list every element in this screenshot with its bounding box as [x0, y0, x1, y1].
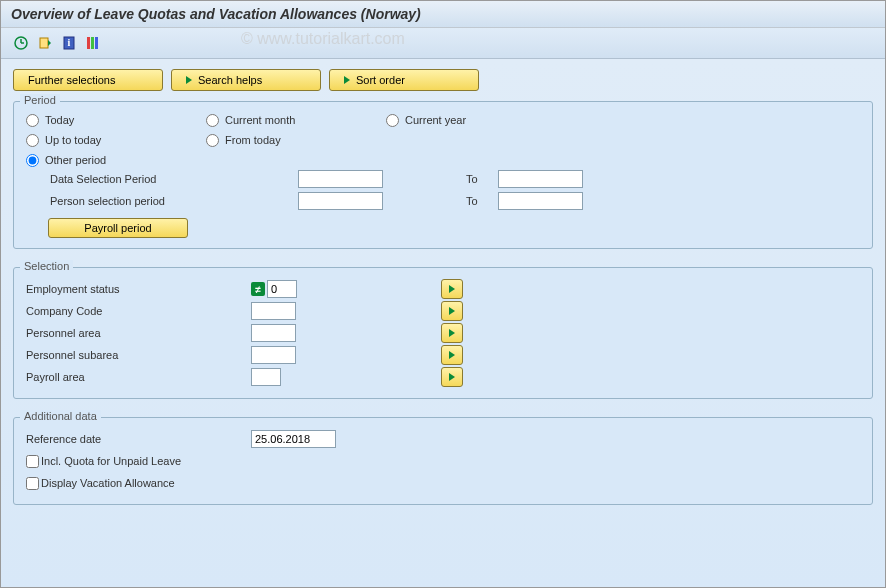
button-label: Further selections — [28, 74, 115, 86]
arrow-right-icon — [449, 373, 455, 381]
radio-label: Other period — [45, 152, 106, 168]
period-group: Period Today Current month Current year … — [13, 101, 873, 249]
window-title: Overview of Leave Quotas and Vacation Al… — [1, 1, 885, 28]
radio-label: Today — [45, 112, 74, 128]
svg-rect-3 — [40, 38, 48, 48]
to-label: To — [458, 193, 498, 209]
checkbox-label: Display Vacation Allowance — [41, 475, 175, 491]
palette-icon[interactable] — [83, 33, 103, 53]
further-selections-button[interactable]: Further selections — [13, 69, 163, 91]
payroll-area-input[interactable] — [251, 368, 281, 386]
reference-date-label: Reference date — [26, 431, 251, 447]
radio-label: Current month — [225, 112, 295, 128]
group-legend: Selection — [20, 260, 73, 272]
radio-current-month[interactable]: Current month — [206, 112, 386, 128]
watermark: © www.tutorialkart.com — [241, 30, 405, 48]
main-toolbar: i © www.tutorialkart.com — [1, 28, 885, 59]
search-helps-button[interactable]: Search helps — [171, 69, 321, 91]
content-area: Further selections Search helps Sort ord… — [1, 59, 885, 588]
radio-input[interactable] — [26, 154, 39, 167]
radio-input[interactable] — [26, 134, 39, 147]
data-selection-label: Data Selection Period — [48, 171, 298, 187]
svg-rect-7 — [91, 37, 94, 49]
payroll-area-label: Payroll area — [26, 369, 251, 385]
radio-input[interactable] — [206, 114, 219, 127]
info-icon[interactable]: i — [59, 33, 79, 53]
reference-date-input[interactable] — [251, 430, 336, 448]
radio-input[interactable] — [26, 114, 39, 127]
display-vacation-checkbox[interactable] — [26, 477, 39, 490]
multiple-selection-button[interactable] — [441, 301, 463, 321]
arrow-right-icon — [449, 285, 455, 293]
additional-data-group: Additional data Reference date Incl. Quo… — [13, 417, 873, 505]
group-legend: Additional data — [20, 410, 101, 422]
arrow-right-icon — [449, 351, 455, 359]
action-button-row: Further selections Search helps Sort ord… — [13, 69, 873, 91]
data-selection-to-input[interactable] — [498, 170, 583, 188]
variant-icon[interactable] — [35, 33, 55, 53]
personnel-area-input[interactable] — [251, 324, 296, 342]
to-label: To — [458, 171, 498, 187]
execute-icon[interactable] — [11, 33, 31, 53]
arrow-right-icon — [449, 307, 455, 315]
radio-label: Current year — [405, 112, 466, 128]
multiple-selection-button[interactable] — [441, 279, 463, 299]
payroll-period-button[interactable]: Payroll period — [48, 218, 188, 238]
button-label: Sort order — [356, 74, 405, 86]
company-code-label: Company Code — [26, 303, 251, 319]
personnel-subarea-label: Personnel subarea — [26, 347, 251, 363]
radio-current-year[interactable]: Current year — [386, 112, 566, 128]
person-selection-from-input[interactable] — [298, 192, 383, 210]
button-label: Search helps — [198, 74, 262, 86]
radio-input[interactable] — [206, 134, 219, 147]
multiple-selection-button[interactable] — [441, 367, 463, 387]
multiple-selection-button[interactable] — [441, 345, 463, 365]
group-legend: Period — [20, 94, 60, 106]
radio-label: From today — [225, 132, 281, 148]
svg-text:i: i — [68, 37, 71, 48]
radio-up-to-today[interactable]: Up to today — [26, 132, 206, 148]
arrow-right-icon — [344, 76, 350, 84]
radio-other-period[interactable]: Other period — [26, 152, 206, 168]
display-vacation-checkbox-row[interactable]: Display Vacation Allowance — [26, 472, 860, 494]
radio-input[interactable] — [386, 114, 399, 127]
multiple-selection-button[interactable] — [441, 323, 463, 343]
not-equal-icon[interactable]: ≠ — [251, 282, 265, 296]
selection-group: Selection Employment status ≠ Company Co… — [13, 267, 873, 399]
data-selection-from-input[interactable] — [298, 170, 383, 188]
arrow-right-icon — [449, 329, 455, 337]
svg-rect-8 — [95, 37, 98, 49]
person-selection-to-input[interactable] — [498, 192, 583, 210]
employment-status-input[interactable] — [267, 280, 297, 298]
radio-label: Up to today — [45, 132, 101, 148]
radio-today[interactable]: Today — [26, 112, 206, 128]
personnel-area-label: Personnel area — [26, 325, 251, 341]
sort-order-button[interactable]: Sort order — [329, 69, 479, 91]
arrow-right-icon — [186, 76, 192, 84]
radio-from-today[interactable]: From today — [206, 132, 386, 148]
person-selection-label: Person selection period — [48, 193, 298, 209]
incl-quota-checkbox-row[interactable]: Incl. Quota for Unpaid Leave — [26, 450, 860, 472]
personnel-subarea-input[interactable] — [251, 346, 296, 364]
employment-status-label: Employment status — [26, 281, 251, 297]
company-code-input[interactable] — [251, 302, 296, 320]
checkbox-label: Incl. Quota for Unpaid Leave — [41, 453, 181, 469]
svg-rect-6 — [87, 37, 90, 49]
incl-quota-checkbox[interactable] — [26, 455, 39, 468]
